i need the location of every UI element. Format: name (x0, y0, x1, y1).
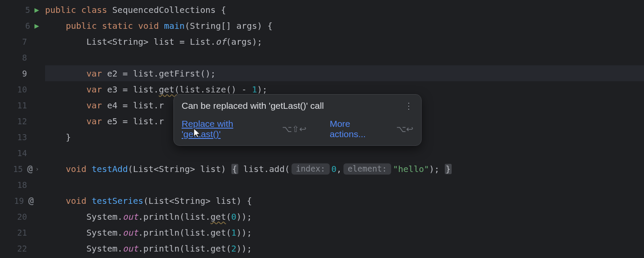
quickfix-replace-link[interactable]: Replace with 'getLast()' (182, 119, 274, 139)
method-call-warning: get(list.size() - (159, 84, 252, 95)
line-number: 18 (17, 180, 27, 190)
line-number: 12 (17, 117, 27, 126)
code-line[interactable]: System.out.println(list.get(0)); (45, 209, 644, 224)
more-actions-link[interactable]: More actions... (330, 119, 389, 139)
method-name: main (164, 21, 185, 31)
static-call: of (216, 37, 226, 47)
gutter-row[interactable]: 18 (0, 177, 43, 193)
gutter-row[interactable]: 8 (0, 49, 43, 65)
method-call-warning: get (210, 212, 226, 222)
text: e3 = list. (102, 84, 158, 95)
text: .println(list. (138, 212, 211, 222)
gutter-row[interactable]: 21 (0, 224, 43, 240)
code-line[interactable] (45, 49, 644, 65)
line-number: 20 (17, 212, 27, 221)
gutter-row[interactable]: 14 (0, 145, 43, 161)
params: (List<String> list) (128, 164, 231, 174)
static-field: out (123, 212, 138, 222)
method-name: testSeries (91, 196, 143, 206)
line-number: 9 (17, 69, 27, 78)
string: "hello" (393, 164, 429, 174)
line-number: 19 (14, 196, 24, 206)
brace: } (66, 132, 71, 142)
keyword: void (138, 21, 159, 31)
gutter-row[interactable]: 7 (0, 34, 43, 49)
brace: { (216, 5, 226, 15)
gutter-row[interactable]: 5 ▶ (0, 2, 43, 18)
text: List<String> list = List. (86, 37, 216, 47)
run-icon[interactable]: ▶ (34, 21, 39, 30)
gutter-row[interactable]: 22 (0, 240, 43, 256)
gutter-row[interactable]: 20 (0, 209, 43, 224)
keyword: void (66, 164, 86, 174)
run-icon[interactable]: ▶ (34, 5, 39, 14)
number: 1 (231, 227, 237, 238)
gutter-row[interactable]: 15 @ › (0, 161, 43, 177)
code-line[interactable]: void testAdd(List<String> list) { list.a… (45, 161, 644, 177)
code-line[interactable]: void testSeries(List<String> list) { (45, 193, 644, 209)
text: e5 = list.r (102, 116, 164, 126)
text: , (337, 164, 342, 174)
text: )); (237, 212, 252, 222)
text: System. (86, 243, 122, 254)
code-line[interactable] (45, 177, 644, 193)
keyword: public (45, 5, 76, 15)
gutter-row[interactable]: 13 (0, 129, 43, 145)
gutter-row[interactable]: 10 (0, 81, 43, 97)
at-icon[interactable]: @ (28, 195, 34, 206)
code-line[interactable]: public class SequencedCollections { (45, 2, 644, 18)
params: (List<String> list) { (143, 196, 252, 206)
gutter-row[interactable]: 12 (0, 113, 43, 129)
line-number: 11 (17, 101, 27, 110)
params: (String[] args) { (185, 21, 273, 31)
line-number: 21 (17, 228, 27, 237)
keyword: void (66, 196, 86, 206)
keyword: static (102, 21, 133, 31)
line-number: 15 (12, 164, 23, 174)
method-name: testAdd (91, 164, 128, 174)
number: 2 (231, 243, 237, 254)
line-number: 7 (17, 37, 27, 46)
text: e2 = list. (102, 68, 158, 79)
number: 0 (231, 212, 237, 222)
text: System. (86, 227, 122, 238)
line-number: 22 (17, 244, 27, 253)
at-icon[interactable]: @ (27, 163, 33, 174)
code-line[interactable]: public static void main(String[] args) { (45, 18, 644, 34)
text: (args); (226, 37, 262, 47)
text: ); (429, 164, 445, 174)
code-line-current[interactable]: var e2 = list.getFirst(); (45, 65, 644, 81)
text: ); (257, 84, 267, 95)
inspection-tooltip: Can be replaced with 'getLast()' call ⋮ … (173, 94, 422, 146)
code-line[interactable]: System.out.println(list.get(2)); (45, 240, 644, 256)
keyword: var (86, 100, 102, 111)
gutter-row[interactable]: 9 (0, 65, 43, 81)
brace: } (445, 164, 452, 174)
gutter-row[interactable]: 19 @ (0, 193, 43, 209)
static-field: out (123, 227, 138, 238)
param-hint: element: (343, 163, 392, 175)
text: .println(list.get( (138, 243, 231, 254)
gutter-row[interactable]: 11 (0, 97, 43, 113)
line-number: 14 (17, 148, 27, 158)
text: )); (237, 227, 252, 238)
text: System. (86, 212, 122, 222)
code-line[interactable]: List<String> list = List.of(args); (45, 34, 644, 49)
code-line[interactable]: System.out.println(list.get(1)); (45, 224, 644, 240)
shortcut-label: ⌥⇧↩ (282, 124, 307, 134)
chevron-right-icon[interactable]: › (36, 166, 39, 172)
code-line[interactable] (45, 145, 644, 161)
text: )); (237, 243, 252, 254)
text: list.add( (238, 164, 290, 174)
line-number: 6 (20, 21, 30, 31)
line-number: 10 (17, 85, 27, 94)
tooltip-title: Can be replaced with 'getLast()' call (182, 101, 324, 111)
keyword: var (86, 68, 102, 79)
keyword: var (86, 116, 102, 126)
text: e4 = list.r (102, 100, 164, 111)
class-name: SequencedCollections (112, 5, 216, 15)
gutter-row[interactable]: 6 ▶ (0, 18, 43, 34)
kebab-icon[interactable]: ⋮ (404, 101, 413, 111)
gutter: 5 ▶ 6 ▶ 7 8 9 10 11 12 (0, 0, 43, 258)
brace: { (231, 164, 238, 174)
